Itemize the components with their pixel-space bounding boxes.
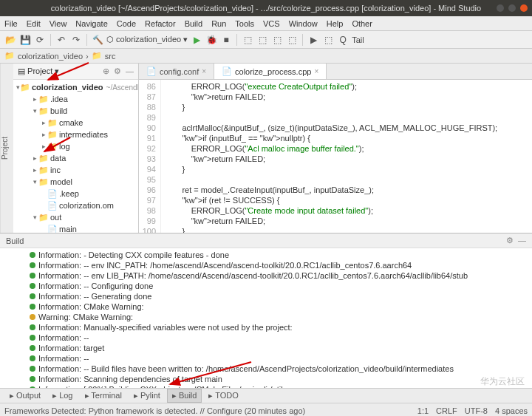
tail-label[interactable]: Tail	[352, 35, 364, 44]
minimize-button[interactable]	[497, 4, 504, 12]
bottom-tab-terminal[interactable]: ▸ Terminal	[80, 389, 127, 403]
tree-item[interactable]: ▸📁cmake	[13, 117, 138, 129]
generic-icon[interactable]: ⬚	[271, 34, 283, 46]
build-output[interactable]: Information: - Detecting CXX compile fea…	[0, 248, 532, 388]
menu-run[interactable]: Run	[211, 19, 226, 28]
nav-item-src[interactable]: src	[105, 52, 116, 61]
build-line: Information: target	[30, 343, 529, 353]
menu-code[interactable]: Code	[117, 19, 136, 28]
run-config-selector[interactable]: ⬡ colorization_video ▾	[106, 35, 188, 44]
build-line: Information: -- env LIB_PATH: /home/asce…	[30, 270, 529, 281]
line-gutter: 8687888990919293949596979899100101102103…	[139, 80, 161, 233]
build-line: Information: Manually-specified variable…	[30, 322, 529, 333]
build-line: Information: -- Configuring done	[30, 281, 529, 291]
generic-icon[interactable]: Q	[337, 34, 349, 46]
hide-panel-icon[interactable]: —	[518, 236, 526, 245]
tree-item[interactable]: ▸📁inc	[13, 164, 138, 176]
build-line: Information: --	[30, 333, 529, 343]
menu-window[interactable]: Window	[289, 19, 318, 28]
nav-item-root[interactable]: colorization_video	[18, 52, 83, 61]
project-header: ▤ Project ▾ ⊕ ⚙ —	[13, 64, 138, 80]
maximize-button[interactable]	[508, 4, 516, 12]
menu-other[interactable]: Other	[352, 19, 372, 28]
menu-build[interactable]: Build	[185, 19, 202, 28]
build-line: Information: CMake Warning:	[30, 301, 529, 312]
editor-area: 📄config.conf×📄colorize_process.cpp× 8687…	[139, 64, 532, 233]
tree-item[interactable]: 📄.keep	[13, 188, 138, 200]
status-item[interactable]: 4 spaces	[495, 406, 528, 415]
build-panel-header: Build ⚙ —	[0, 233, 532, 248]
generic-icon[interactable]: ⬚	[286, 34, 298, 46]
save-icon[interactable]: 💾	[19, 34, 31, 46]
menu-navigate[interactable]: Navigate	[75, 19, 107, 28]
toolbar: 📂 💾 ⟳ ↶ ↷ 🔨 ⬡ colorization_video ▾ ▶ 🐞 ■…	[0, 31, 532, 49]
run-icon[interactable]: ▶	[191, 34, 202, 46]
refresh-icon[interactable]: ⟳	[34, 34, 46, 46]
bottom-tabs: ▸ Output▸ Log▸ Terminal▸ Pylint▸ Build▸ …	[0, 388, 532, 403]
generic-icon[interactable]: ▶	[307, 34, 319, 46]
generic-icon[interactable]: ⬚	[256, 34, 268, 46]
build-line: Information: -- Build files have been wr…	[30, 364, 529, 374]
menu-vcs[interactable]: VCS	[263, 19, 280, 28]
folder-icon: 📁	[4, 51, 15, 61]
editor-tab[interactable]: 📄config.conf×	[139, 64, 214, 79]
menu-tools[interactable]: Tools	[235, 19, 254, 28]
build-line: Warning: CMake Warning:	[30, 312, 529, 322]
tree-item[interactable]: ▸📁intermediates	[13, 129, 138, 140]
tree-item[interactable]: ▾📁build	[13, 105, 138, 117]
bottom-tab-todo[interactable]: ▸ TODO	[203, 389, 243, 403]
menubar: FileEditViewNavigateCodeRefactorBuildRun…	[0, 16, 532, 31]
status-item[interactable]: 1:1	[417, 406, 429, 415]
open-icon[interactable]: 📂	[4, 34, 16, 46]
gear-icon[interactable]: ⚙	[506, 236, 514, 245]
status-item[interactable]: UTF-8	[465, 406, 488, 415]
generic-icon[interactable]: ⬚	[242, 34, 253, 46]
statusbar: Frameworks Detected: Python framework is…	[0, 403, 532, 416]
build-line: Information: --	[30, 353, 529, 364]
project-panel: ▤ Project ▾ ⊕ ⚙ — ▾📁colorization_video~/…	[13, 64, 139, 233]
editor-tabs: 📄config.conf×📄colorize_process.cpp×	[139, 64, 532, 80]
build-line: Information: -- env INC_PATH: /home/asce…	[30, 260, 529, 270]
close-button[interactable]	[520, 4, 528, 12]
left-gutter-project[interactable]: Project	[0, 64, 13, 233]
menu-refactor[interactable]: Refactor	[145, 19, 176, 28]
tree-item[interactable]: ▾📁out	[13, 211, 138, 223]
tree-item[interactable]: ▸📁data	[13, 152, 138, 164]
tree-item[interactable]: 📄colorization.om	[13, 200, 138, 211]
hide-icon[interactable]: —	[126, 67, 134, 76]
stop-icon[interactable]: ■	[220, 34, 232, 46]
collapse-icon[interactable]: ⊕	[103, 67, 109, 76]
generic-icon[interactable]: ⬚	[322, 34, 334, 46]
tree-root[interactable]: ▾📁colorization_video~/AscendProjects/col…	[13, 81, 138, 93]
code-editor[interactable]: 8687888990919293949596979899100101102103…	[139, 80, 532, 233]
bottom-tab-log[interactable]: ▸ Log	[47, 389, 78, 403]
tree-item[interactable]: ▾📁model	[13, 176, 138, 188]
redo-icon[interactable]: ↷	[70, 34, 82, 46]
hammer-icon[interactable]: 🔨	[92, 34, 103, 46]
build-line: Information: Scanning dependencies of ta…	[30, 374, 529, 384]
project-tree[interactable]: ▾📁colorization_video~/AscendProjects/col…	[13, 80, 138, 233]
folder-icon: 📁	[92, 51, 102, 61]
menu-help[interactable]: Help	[327, 19, 344, 28]
build-line: Information: [ 20%] Building CXX object …	[30, 384, 529, 388]
code-content[interactable]: ERROR_LOG("execute CreateOutput failed")…	[161, 80, 532, 233]
tree-item[interactable]: 📄main	[13, 223, 138, 233]
build-line: Information: - Detecting CXX compile fea…	[30, 250, 529, 260]
tree-item[interactable]: ▸📁.idea	[13, 93, 138, 105]
status-item[interactable]: CRLF	[436, 406, 457, 415]
bottom-tab-output[interactable]: ▸ Output	[4, 389, 46, 403]
bottom-tab-build[interactable]: ▸ Build	[167, 389, 202, 403]
titlebar: colorization_video [~/AscendProjects/col…	[0, 0, 532, 16]
menu-file[interactable]: File	[4, 19, 18, 28]
status-message[interactable]: Frameworks Detected: Python framework is…	[4, 406, 305, 415]
editor-tab[interactable]: 📄colorize_process.cpp×	[214, 64, 327, 79]
tree-item[interactable]: ▸📁log	[13, 140, 138, 152]
menu-view[interactable]: View	[50, 19, 67, 28]
debug-icon[interactable]: 🐞	[205, 34, 217, 46]
breadcrumb: 📁 colorization_video › 📁 src	[0, 49, 532, 64]
bottom-tab-pylint[interactable]: ▸ Pylint	[129, 389, 166, 403]
undo-icon[interactable]: ↶	[55, 34, 67, 46]
menu-edit[interactable]: Edit	[27, 19, 41, 28]
build-panel: Build ⚙ — Information: - Detecting CXX c…	[0, 233, 532, 388]
settings-icon[interactable]: ⚙	[114, 67, 121, 76]
